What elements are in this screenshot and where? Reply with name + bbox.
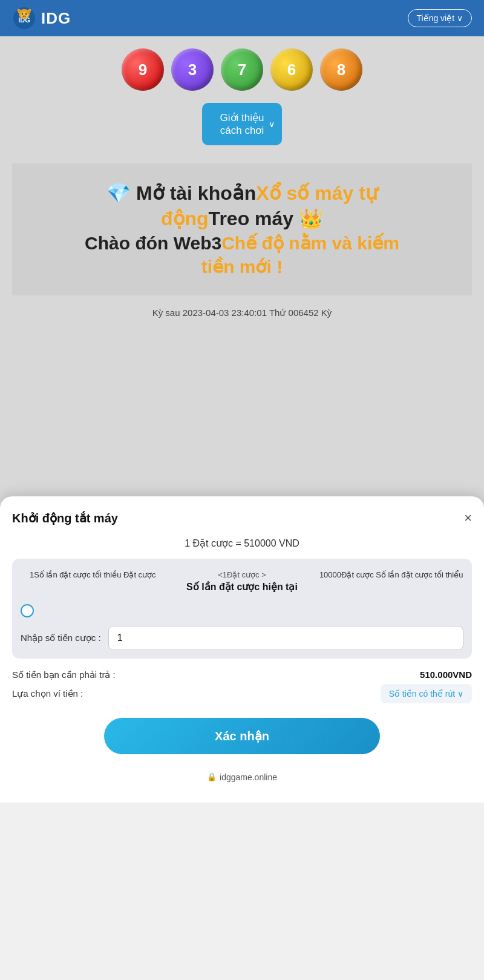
cost-value: 510.000VND (420, 669, 472, 680)
input-label: Nhập số tiền cược : (21, 633, 101, 643)
wallet-row: Lựa chọn ví tiền : Số tiền có thể rút ∨ (12, 684, 472, 703)
confirm-button[interactable]: Xác nhận (104, 718, 380, 754)
ball-3: 7 (221, 48, 263, 91)
input-row: Nhập số tiền cược : (21, 626, 463, 650)
background-area: 9 3 7 6 8 Giới thiệucách chơi 💎 Mở tài k… (0, 36, 484, 508)
option-middle: <1Đặt cược > Số lần đặt cược hiện tại (170, 570, 315, 594)
app-header: IDG IDG Tiếng việt ∨ (0, 0, 484, 36)
modal-close-button[interactable]: × (464, 511, 472, 525)
promo-line4: tiền mới ! (24, 256, 460, 277)
wallet-select-button[interactable]: Số tiền có thể rút ∨ (381, 684, 472, 703)
ky-info: Kỳ sau 2023-04-03 23:40:01 Thứ 006452 Kỳ (12, 307, 472, 318)
logo: IDG IDG (12, 6, 71, 30)
wallet-label: Lựa chọn ví tiền : (12, 688, 83, 699)
intro-button[interactable]: Giới thiệucách chơi (202, 103, 283, 145)
site-footer: 🔒 idggame.online (12, 766, 472, 788)
modal-header: Khởi động tắt máy × (12, 511, 472, 525)
svg-point-7 (23, 16, 24, 17)
modal-title: Khởi động tắt máy (12, 511, 118, 525)
logo-text: IDG (41, 9, 71, 28)
toggle-button[interactable] (21, 604, 34, 617)
language-button[interactable]: Tiếng việt ∨ (408, 9, 473, 27)
svg-point-5 (25, 13, 27, 15)
option-right: 10000Đặt cược Số lần đặt cược tối thiểu (319, 570, 463, 594)
lock-icon: 🔒 (207, 772, 217, 781)
logo-icon: IDG (12, 6, 36, 30)
svg-point-8 (25, 16, 26, 17)
modal-overlay: Khởi động tắt máy × 1 Đặt cược = 510000 … (0, 496, 484, 803)
svg-point-4 (22, 13, 23, 15)
promo-line2: độngTreo máy 👑 (24, 207, 460, 230)
bet-amount-input[interactable] (108, 626, 463, 650)
promo-line1: 💎 Mở tài khoảnXổ số máy tự (24, 182, 460, 205)
promo-line3: Chào đón Web3Chế độ nằm và kiếm (24, 232, 460, 254)
options-row: 1Số lần đặt cược tối thiều Đặt cược <1Đặ… (21, 570, 463, 594)
option-left: 1Số lần đặt cược tối thiều Đặt cược (21, 570, 165, 594)
ball-1: 9 (122, 48, 164, 91)
options-box: 1Số lần đặt cược tối thiều Đặt cược <1Đặ… (12, 559, 472, 659)
toggle-row (21, 604, 463, 617)
modal-dialog: Khởi động tắt máy × 1 Đặt cược = 510000 … (0, 496, 484, 803)
cost-label: Số tiền bạn cần phải trả : (12, 669, 116, 680)
ball-2: 3 (171, 48, 214, 91)
promo-section: 💎 Mở tài khoảnXổ số máy tự độngTreo máy … (12, 163, 472, 295)
ball-4: 6 (270, 48, 313, 91)
site-name: idggame.online (220, 772, 277, 782)
bet-rate-info: 1 Đặt cược = 510000 VND (12, 538, 472, 549)
cost-row: Số tiền bạn cần phải trả : 510.000VND (12, 669, 472, 680)
ball-5: 8 (320, 48, 362, 91)
lottery-balls-row: 9 3 7 6 8 (12, 48, 472, 91)
